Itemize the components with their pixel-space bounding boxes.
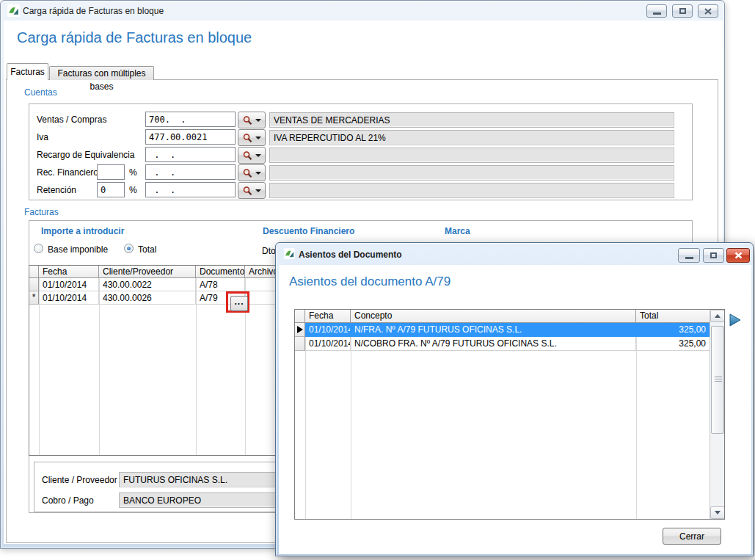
vertical-scrollbar[interactable] <box>710 310 724 519</box>
grid-line <box>39 278 40 455</box>
col-fecha[interactable]: Fecha <box>305 310 351 322</box>
radio-base-imponible-label: Base imponible <box>48 244 108 255</box>
iva-label: Iva <box>37 132 48 142</box>
cuentas-section-label: Cuentas <box>24 87 57 98</box>
recargo-lookup-button[interactable] <box>238 147 266 164</box>
selected-row-marker[interactable] <box>295 323 305 337</box>
dialog-close-button[interactable] <box>726 248 750 263</box>
dialog-titlebar[interactable]: Asientos del Documento <box>276 243 753 263</box>
cobro-pago-label: Cobro / Pago <box>42 495 94 506</box>
grid-line <box>99 278 100 455</box>
radio-total[interactable] <box>124 244 134 253</box>
selected-row-marker-icon <box>297 326 303 333</box>
close-icon <box>734 252 743 259</box>
cuentas-row-retencion: Retención % <box>29 182 693 199</box>
rec-financiero-percent-input[interactable] <box>97 164 125 180</box>
asientos-table-header: Fecha Concepto Total <box>295 310 710 323</box>
minimize-icon <box>685 257 693 259</box>
dropdown-arrow-icon <box>255 189 261 192</box>
scroll-down-button[interactable] <box>710 506 725 519</box>
dropdown-arrow-icon <box>255 172 261 175</box>
minimize-button[interactable] <box>646 4 667 18</box>
screen: Carga rápida de Facturas en bloque Carga… <box>0 0 755 560</box>
cell-fecha[interactable]: 01/10/2014 <box>39 278 99 291</box>
dropdown-arrow-icon <box>255 119 261 122</box>
cerrar-button[interactable]: Cerrar <box>663 528 721 545</box>
grid-line <box>196 278 197 455</box>
cell-concepto[interactable]: N/FRA. Nº A/79 FUTURUS OFICINAS S.L. <box>351 323 636 337</box>
iva-account-input[interactable] <box>145 129 236 145</box>
row-selector[interactable] <box>29 278 39 291</box>
cell-documento[interactable]: A/78 <box>196 278 245 291</box>
cliente-proveedor-label: Cliente / Proveedor <box>42 475 117 485</box>
iva-lookup-button[interactable] <box>238 129 266 146</box>
minimize-icon <box>653 12 661 15</box>
ventas-compras-lookup-button[interactable] <box>238 112 266 128</box>
col-cliente-proveedor[interactable]: Cliente/Proveedor <box>99 266 196 277</box>
dialog-heading: Asientos del documento A/79 <box>289 274 451 289</box>
percent-sign: % <box>129 167 137 178</box>
grid-line <box>305 323 306 519</box>
rec-financiero-account-input[interactable] <box>145 164 236 180</box>
asientos-ellipsis-button[interactable]: ... <box>230 296 248 311</box>
scrollbar-grip-icon <box>715 377 722 377</box>
cell-fecha[interactable]: 01/10/2014 <box>39 291 99 305</box>
retencion-percent-input[interactable] <box>97 182 125 197</box>
next-record-arrow-icon[interactable] <box>729 313 742 327</box>
close-icon <box>704 8 712 15</box>
recargo-account-input[interactable] <box>145 147 236 162</box>
scroll-down-icon <box>715 511 721 514</box>
cell-total[interactable]: 325,00 <box>636 337 710 351</box>
selector-header <box>295 310 305 322</box>
magnifier-icon <box>242 186 253 196</box>
recargo-description <box>269 148 674 163</box>
scrollbar-thumb[interactable] <box>711 326 724 434</box>
restore-button[interactable] <box>672 4 693 18</box>
descuento-financiero-label: Descuento Financiero <box>263 226 354 236</box>
rec-financiero-lookup-button[interactable] <box>238 164 266 181</box>
magnifier-icon <box>242 168 253 178</box>
row-selector-current[interactable]: * <box>29 291 39 305</box>
cell-cliente[interactable]: 430.00.0026 <box>99 291 196 305</box>
cell-fecha[interactable]: 01/10/2014 <box>305 337 351 351</box>
app-logo-icon <box>284 248 295 259</box>
col-total[interactable]: Total <box>636 310 710 322</box>
cell-cliente[interactable]: 430.00.0022 <box>99 278 196 291</box>
col-concepto[interactable]: Concepto <box>351 310 636 322</box>
main-window-titlebar[interactable]: Carga rápida de Facturas en bloque <box>1 1 724 21</box>
cell-concepto[interactable]: N/COBRO FRA. Nº A/79 FUTURUS OFICINAS S.… <box>351 337 636 351</box>
grid-selector-header <box>29 266 39 277</box>
cuentas-groupbox: Ventas / Compras VENTAS DE MERCADERIAS I… <box>29 103 693 200</box>
marca-label: Marca <box>445 226 470 236</box>
retencion-account-input[interactable] <box>145 182 236 197</box>
retencion-lookup-button[interactable] <box>238 182 266 199</box>
col-fecha[interactable]: Fecha <box>39 266 99 277</box>
ventas-compras-label: Ventas / Compras <box>37 114 106 125</box>
tab-facturas[interactable]: Facturas <box>7 63 48 80</box>
scroll-up-button[interactable] <box>710 310 725 322</box>
dialog-maximize-button[interactable] <box>703 248 724 263</box>
rec-financiero-label: Rec. Financiero <box>37 167 98 178</box>
cell-fecha[interactable]: 01/10/2014 <box>305 323 351 337</box>
dropdown-arrow-icon <box>255 137 261 139</box>
ventas-compras-account-input[interactable] <box>145 112 236 127</box>
cuentas-row-ventas: Ventas / Compras VENTAS DE MERCADERIAS <box>29 112 693 128</box>
scroll-up-icon <box>715 314 721 318</box>
radio-base-imponible[interactable] <box>34 244 43 253</box>
recargo-equivalencia-label: Recargo de Equivalencia <box>37 150 134 160</box>
dropdown-arrow-icon <box>255 154 261 157</box>
close-button[interactable] <box>698 4 718 18</box>
dialog-minimize-button[interactable] <box>678 248 700 263</box>
magnifier-icon <box>242 133 253 143</box>
facturas-section-label: Facturas <box>24 207 59 217</box>
asiento-row-2[interactable]: 01/10/2014 N/COBRO FRA. Nº A/79 FUTURUS … <box>295 337 710 351</box>
cell-total[interactable]: 325,00 <box>636 323 710 337</box>
rec-financiero-description <box>269 165 674 181</box>
row-selector[interactable] <box>295 337 305 351</box>
asientos-table[interactable]: Fecha Concepto Total 01/10/2014 N/FRA. N… <box>294 309 725 520</box>
cuentas-row-rec-financiero: Rec. Financiero % <box>29 164 693 181</box>
tab-facturas-multiples-bases[interactable]: Facturas con múltiples bases <box>49 66 154 80</box>
col-documento[interactable]: Documento <box>196 266 245 277</box>
maximize-icon <box>710 252 717 258</box>
asiento-row-1[interactable]: 01/10/2014 N/FRA. Nº A/79 FUTURUS OFICIN… <box>295 323 710 337</box>
